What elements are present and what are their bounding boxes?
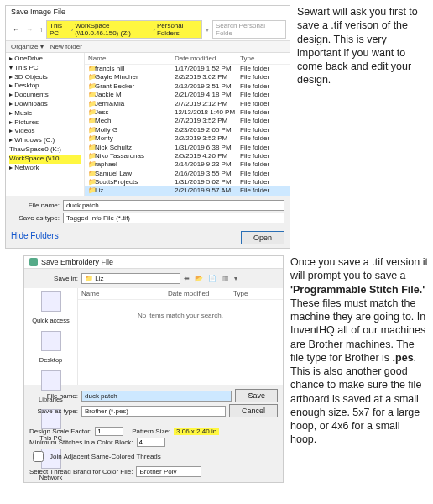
sidebar-item[interactable]: ▸ Pictures [9, 118, 81, 128]
nav-up[interactable]: ↑ [36, 26, 46, 34]
table-row[interactable]: 📁Molly G2/23/2019 2:05 PMFile folder [85, 126, 290, 134]
app-icon [29, 258, 38, 266]
nav-tree: ▸ OneDrive▾ This PC ▸ 3D Objects ▸ Deskt… [6, 53, 85, 196]
table-row[interactable]: 📁raphael2/14/2019 9:23 PMFile folder [85, 160, 290, 169]
table-row[interactable]: 📁Liz2/21/2019 9:57 AMFile folder [85, 186, 290, 195]
table-row[interactable]: 📁francis hill1/17/2019 1:52 PMFile folde… [85, 65, 290, 73]
sidebar-item[interactable]: ▸ Music [9, 109, 81, 118]
table-row[interactable]: 📁Mech2/7/2019 3:52 PMFile folder [85, 117, 290, 125]
sidebar-item[interactable]: ▸ Downloads [9, 100, 81, 109]
table-row[interactable]: 📁Niko Tassaronas2/5/2019 4:20 PMFile fol… [85, 152, 290, 160]
sidebar-item[interactable]: ▾ This PC [9, 64, 81, 73]
table-row[interactable]: 📁Jess12/13/2018 1:40 PMFile folder [85, 108, 290, 117]
join-threads-checkbox[interactable] [33, 451, 44, 462]
sidebar-item[interactable]: ▸ Videos [9, 127, 81, 136]
new-folder-button[interactable]: New folder [50, 43, 82, 50]
hide-folders-link[interactable]: Hide Folders [11, 231, 59, 244]
filename-input[interactable]: duck patch [63, 200, 284, 211]
sidebar-item[interactable]: ▸ Windows (C:) [9, 136, 81, 145]
file-list: 📁francis hill1/17/2019 1:52 PMFile folde… [85, 65, 290, 196]
search-input[interactable]: Search Personal Folde [212, 20, 286, 39]
sidebar-item[interactable]: ThawSpace0 (K:) [9, 145, 81, 155]
table-row[interactable]: 📁Gayle Mincher2/2/2019 3:02 PMFile folde… [85, 73, 290, 81]
places-bar: Quick accessDesktopLibrariesThis PCNetwo… [24, 288, 78, 385]
places-item[interactable]: Libraries [28, 369, 74, 408]
window-title: Save Image File [11, 8, 65, 16]
savetype-select[interactable]: Brother (*.pes) [81, 406, 226, 417]
sidebar-item[interactable]: ▸ OneDrive [9, 55, 81, 64]
table-row[interactable]: 📁ScottsProjects1/31/2019 5:02 PMFile fol… [85, 178, 290, 186]
caption-1: Sewart will ask you first to save a .tif… [297, 5, 428, 249]
save-image-dialog: Save Image File ← → ↑ This PC› WorkSpace… [5, 5, 290, 249]
col-date[interactable]: Date modified [175, 55, 240, 62]
pattern-size: 3.06 x 2.40 in [174, 428, 219, 435]
thread-brand-select[interactable]: Brother Poly [136, 466, 201, 477]
sidebar-item[interactable]: WorkSpace (\\10 [9, 155, 81, 164]
scale-factor-input[interactable] [95, 427, 123, 436]
table-row[interactable]: 📁Monty2/2/2019 3:52 PMFile folder [85, 134, 290, 143]
save-embroidery-dialog: Save Embroidery File Save in: 📁 Liz ⬅ 📂 … [23, 255, 284, 483]
cancel-button[interactable]: Cancel [229, 404, 278, 417]
empty-message: No items match your search. [78, 300, 283, 385]
sidebar-item[interactable]: ▸ Network [9, 164, 81, 173]
col-type[interactable]: Type [240, 55, 286, 62]
sidebar-item[interactable]: ▸ Desktop [9, 81, 81, 91]
table-row[interactable]: 📁Samuel Law2/16/2019 3:55 PMFile folder [85, 170, 290, 178]
window-title: Save Embroidery File [41, 258, 113, 266]
sidebar-item[interactable]: ▸ Documents [9, 91, 81, 100]
col-name[interactable]: Name [88, 55, 175, 62]
nav-back[interactable]: ← [9, 26, 23, 34]
table-row[interactable]: 📁Jemi&Mia2/7/2019 2:12 PMFile folder [85, 100, 290, 108]
caption-2: Once you save a .tif version it will pro… [290, 255, 428, 483]
toolbar-icons[interactable]: ⬅ 📂 📄 ▥ ▾ [184, 275, 239, 282]
table-row[interactable]: 📁Nick Schultz1/31/2019 6:38 PMFile folde… [85, 144, 290, 152]
savein-select[interactable]: 📁 Liz [81, 273, 180, 284]
nav-fwd[interactable]: → [23, 26, 36, 34]
sidebar-item[interactable]: ▸ 3D Objects [9, 73, 81, 82]
save-button[interactable]: Save [235, 389, 278, 402]
breadcrumb[interactable]: This PC› WorkSpace (\\10.0.46.150) (Z:)›… [46, 20, 202, 39]
table-row[interactable]: 📁Grant Becker2/12/2019 3:51 PMFile folde… [85, 82, 290, 91]
open-button[interactable]: Open [241, 231, 284, 244]
min-stitches-input[interactable] [137, 438, 165, 447]
places-item[interactable]: Desktop [28, 329, 74, 369]
filename-input[interactable]: duck patch [81, 391, 232, 402]
organize-menu[interactable]: Organize ▾ [11, 43, 44, 50]
savetype-select[interactable]: Tagged Info File (*.tif) [63, 213, 284, 223]
table-row[interactable]: 📁Jackie M2/21/2019 4:18 PMFile folder [85, 91, 290, 99]
places-item[interactable]: Quick access [28, 290, 74, 329]
